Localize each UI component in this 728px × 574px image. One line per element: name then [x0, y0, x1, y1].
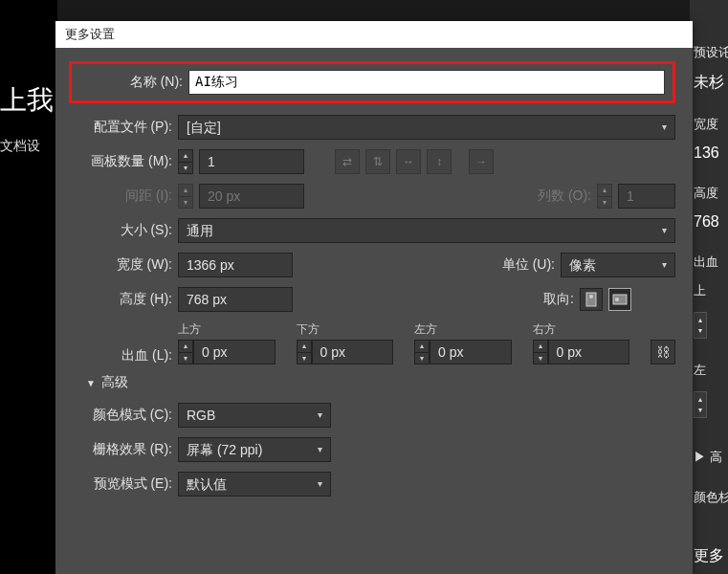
units-select[interactable]: 像素 ▾: [561, 253, 675, 277]
chevron-down-icon: ▾: [318, 438, 322, 461]
bleed-bottom-label: 下方: [297, 321, 394, 338]
bg-left-sub: 文档设: [0, 138, 57, 155]
bg-more-label[interactable]: 更多: [690, 541, 728, 572]
arrange-grid-row-icon: ⇄: [335, 149, 360, 174]
profile-select[interactable]: [自定] ▾: [178, 115, 675, 140]
color-mode-label: 颜色模式 (C):: [69, 407, 172, 424]
bleed-left-label: 左方: [414, 321, 512, 338]
size-select[interactable]: 通用 ▾: [178, 218, 675, 243]
link-icon: ⛓: [656, 344, 670, 360]
height-label: 高度 (H):: [69, 291, 172, 308]
bleed-top-stepper[interactable]: ▴▾: [178, 340, 193, 364]
bg-left-big: 上我: [0, 77, 57, 138]
name-field-highlight: 名称 (N):: [69, 61, 675, 103]
landscape-icon: [612, 294, 628, 305]
arrange-col-icon: ↕: [427, 149, 452, 174]
background-left-panel: 上我 文档设: [0, 0, 57, 574]
columns-stepper: ▴▾: [597, 184, 612, 209]
height-field[interactable]: 768 px: [178, 287, 293, 312]
artboards-stepper[interactable]: ▴▾: [178, 149, 193, 174]
bleed-left-field[interactable]: 0 px: [430, 340, 512, 364]
bleed-top-field[interactable]: 0 px: [193, 340, 276, 364]
dialog-title-bar: 更多设置: [55, 21, 693, 48]
bleed-bottom-stepper[interactable]: ▴▾: [297, 340, 312, 364]
bg-bleed-label: 出血: [690, 248, 728, 276]
bg-height-label: 高度: [690, 179, 728, 208]
bleed-bottom-field[interactable]: 0 px: [312, 340, 394, 364]
chevron-down-icon: ▾: [662, 254, 667, 276]
arrange-rtl-icon: →: [469, 149, 494, 174]
bleed-top-label: 上方: [178, 321, 276, 338]
width-label: 宽度 (W):: [69, 256, 172, 274]
spacing-stepper: ▴▾: [178, 184, 193, 209]
artboards-label: 画板数量 (M):: [69, 153, 172, 170]
profile-label: 配置文件 (P):: [69, 119, 172, 136]
bg-top-label: 上: [690, 276, 728, 305]
bleed-right-field[interactable]: 0 px: [548, 340, 630, 364]
artboards-field[interactable]: 1: [199, 149, 304, 174]
size-label: 大小 (S):: [69, 222, 172, 239]
background-right-panel: 预设讬 未杉 宽度 136 高度 768 出血 上 ▴▾ 左 ▴▾ ▶ 高 颜色…: [690, 0, 728, 574]
bg-stepper-left[interactable]: ▴▾: [694, 391, 707, 418]
bg-left-label: 左: [690, 356, 728, 385]
bg-height-value: 768: [690, 208, 728, 236]
bg-stepper-top[interactable]: ▴▾: [694, 312, 707, 339]
spacing-field: 20 px: [199, 184, 304, 209]
chevron-down-icon: ▾: [662, 219, 667, 242]
chevron-down-icon: ▾: [318, 473, 322, 496]
spacing-label: 间距 (I):: [69, 188, 172, 205]
triangle-down-icon: ▼: [86, 378, 96, 388]
svg-point-1: [589, 295, 593, 298]
units-label: 单位 (U):: [478, 256, 555, 274]
width-field[interactable]: 1366 px: [178, 253, 293, 277]
columns-field: 1: [618, 184, 675, 209]
dialog-title: 更多设置: [65, 27, 115, 41]
bleed-label: 出血 (L):: [69, 347, 172, 364]
raster-label: 栅格效果 (R):: [69, 441, 172, 458]
bg-color-label: 颜色杉: [690, 483, 728, 512]
bleed-right-stepper[interactable]: ▴▾: [533, 340, 548, 364]
bleed-left-stepper[interactable]: ▴▾: [414, 340, 430, 364]
orientation-portrait-button[interactable]: [580, 288, 603, 311]
svg-point-3: [615, 298, 619, 301]
bg-untitled: 未杉: [690, 67, 728, 99]
chevron-down-icon: ▾: [318, 404, 322, 427]
orientation-label: 取向:: [517, 291, 574, 308]
name-input[interactable]: [188, 70, 665, 95]
bleed-link-button[interactable]: ⛓: [651, 340, 675, 364]
bg-width-value: 136: [690, 139, 728, 167]
bleed-right-label: 右方: [533, 321, 630, 338]
color-mode-select[interactable]: RGB ▾: [178, 403, 331, 428]
advanced-section-toggle[interactable]: ▼ 高级: [86, 374, 675, 391]
bg-width-label: 宽度: [690, 110, 728, 139]
orientation-landscape-button[interactable]: [608, 288, 631, 311]
bg-preset-label: 预设讬: [690, 38, 728, 67]
name-label: 名称 (N):: [79, 74, 183, 91]
raster-select[interactable]: 屏幕 (72 ppi) ▾: [178, 437, 331, 462]
chevron-down-icon: ▾: [662, 116, 667, 139]
preview-label: 预览模式 (E):: [69, 475, 172, 493]
columns-label: 列数 (O):: [515, 188, 591, 205]
preview-select[interactable]: 默认值 ▾: [178, 472, 331, 497]
arrange-row-icon: ↔: [396, 149, 421, 174]
portrait-icon: [585, 292, 597, 307]
more-settings-dialog: 更多设置 名称 (N): 配置文件 (P): [自定] ▾ 画板数量 (M): …: [55, 21, 693, 574]
bg-adv-link[interactable]: ▶ 高: [690, 443, 728, 472]
arrange-grid-col-icon: ⇅: [365, 149, 390, 174]
